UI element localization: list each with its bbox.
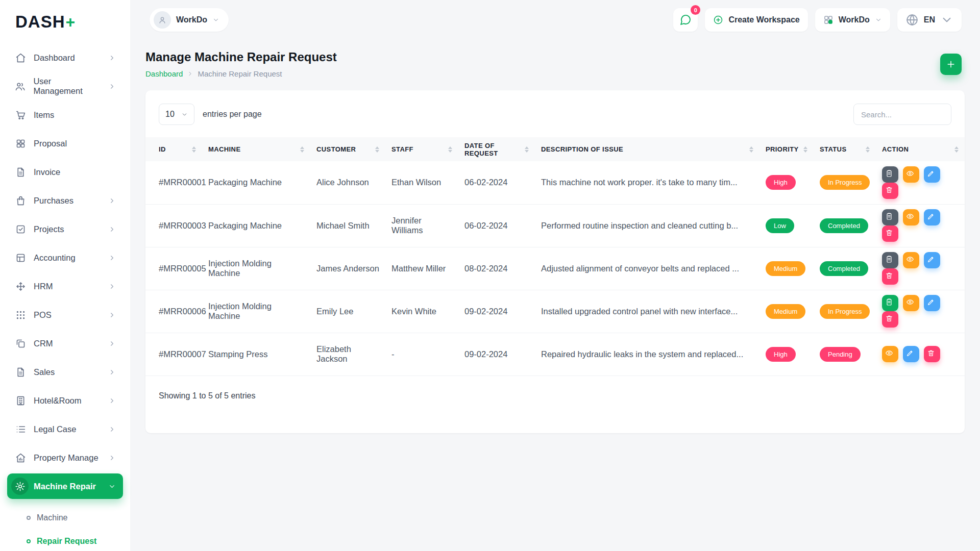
view-button[interactable] [903, 252, 919, 268]
status-badge: Completed [820, 261, 868, 276]
brand-logo[interactable]: DASH+ [7, 8, 123, 36]
copy-icon [15, 338, 26, 349]
chevron-right-icon [108, 425, 116, 433]
sort-icon[interactable] [525, 146, 529, 153]
sidebar-item-proposal[interactable]: Proposal [7, 131, 123, 156]
sort-icon[interactable] [300, 146, 304, 153]
create-workspace-button[interactable]: Create Workspace [705, 8, 807, 32]
sidebar-item-label: Items [34, 110, 54, 120]
user-icon [158, 15, 167, 24]
column-header-id[interactable]: ID [145, 137, 202, 161]
cell-machine: Injection Molding Machine [202, 290, 310, 333]
create-repair-request-button[interactable] [940, 54, 962, 75]
sort-icon[interactable] [954, 146, 959, 153]
delete-button[interactable] [882, 183, 898, 199]
status-badge: Pending [820, 347, 861, 362]
delete-button[interactable] [882, 311, 898, 328]
chevron-down-icon [875, 16, 882, 23]
sort-icon[interactable] [192, 146, 196, 153]
cell-customer: James Anderson [310, 247, 385, 290]
grid-icon [15, 138, 26, 149]
sidebar-subitem-repair-request[interactable]: Repair Request [27, 530, 123, 551]
sidebar-item-invoice[interactable]: Invoice [7, 159, 123, 185]
repair-request-card: 10 entries per page IDMACHINECUSTOMERSTA… [145, 90, 965, 433]
sidebar-item-projects[interactable]: Projects [7, 216, 123, 242]
chevron-down-icon [181, 111, 188, 118]
sort-icon[interactable] [448, 146, 452, 153]
sidebar-item-label: Sales [34, 367, 55, 377]
column-header-description-of-issue[interactable]: DESCRIPTION OF ISSUE [535, 137, 760, 161]
sidebar-item-property-manage[interactable]: Property Manage [7, 445, 123, 470]
details-button[interactable] [882, 295, 898, 311]
view-button[interactable] [903, 166, 919, 183]
sort-icon[interactable] [749, 146, 753, 153]
sidebar-item-legal-case[interactable]: Legal Case [7, 416, 123, 442]
trash-icon [885, 229, 895, 239]
column-header-date-of-request[interactable]: DATE OF REQUEST [458, 137, 535, 161]
delete-button[interactable] [882, 226, 898, 242]
entries-per-page-select[interactable]: 10 [159, 104, 194, 125]
sidebar-item-items[interactable]: Items [7, 102, 123, 128]
trash-icon [927, 349, 937, 359]
column-header-action[interactable]: ACTION [876, 137, 965, 161]
sidebar-item-machine-repair[interactable]: Machine Repair [7, 473, 123, 499]
sidebar-item-dashboard[interactable]: Dashboard [7, 45, 123, 70]
edit-button[interactable] [924, 295, 940, 311]
view-button[interactable] [903, 209, 919, 226]
column-header-staff[interactable]: STAFF [385, 137, 458, 161]
column-header-customer[interactable]: CUSTOMER [310, 137, 385, 161]
view-button[interactable] [882, 346, 898, 362]
sidebar-item-label: Legal Case [34, 424, 76, 434]
chat-icon [679, 14, 692, 26]
column-header-status[interactable]: STATUS [814, 137, 876, 161]
gear-icon [15, 481, 26, 492]
sidebar-item-sales[interactable]: Sales [7, 359, 123, 385]
priority-badge: High [766, 347, 796, 362]
messages-button[interactable]: 0 [673, 8, 698, 32]
cell-customer: Emily Lee [310, 290, 385, 333]
edit-button[interactable] [924, 166, 940, 183]
column-header-priority[interactable]: PRIORITY [760, 137, 814, 161]
edit-button[interactable] [903, 346, 919, 362]
details-button[interactable] [882, 252, 898, 268]
sort-icon[interactable] [803, 146, 807, 153]
sidebar-item-label: Hotel&Room [34, 396, 82, 406]
chevron-right-icon [108, 254, 116, 262]
sidebar-item-accounting[interactable]: Accounting [7, 245, 123, 270]
sidebar-item-purchases[interactable]: Purchases [7, 188, 123, 213]
sidebar-item-hotel-room[interactable]: Hotel&Room [7, 388, 123, 413]
column-header-machine[interactable]: MACHINE [202, 137, 310, 161]
breadcrumb-dashboard-link[interactable]: Dashboard [145, 69, 183, 78]
workspace-name: WorkDo [176, 15, 207, 24]
sidebar-item-crm[interactable]: CRM [7, 331, 123, 356]
sidebar-item-user-management[interactable]: User Management [7, 73, 123, 99]
details-button[interactable] [882, 166, 898, 183]
cell-staff: Kevin White [385, 290, 458, 333]
cell-id: #MRR00003 [145, 204, 202, 247]
cart-icon [15, 110, 26, 120]
delete-button[interactable] [924, 346, 940, 362]
search-input[interactable] [853, 104, 951, 125]
workspace-selector[interactable]: WorkDo [150, 8, 229, 32]
sort-icon[interactable] [375, 146, 379, 153]
cell-actions [876, 247, 965, 290]
bullet-icon [27, 516, 31, 520]
sidebar-item-pos[interactable]: POS [7, 302, 123, 328]
sidebar-item-label: Invoice [34, 167, 60, 177]
sidebar-item-hrm[interactable]: HRM [7, 273, 123, 299]
sidebar-item-label: Accounting [34, 253, 76, 263]
sort-icon[interactable] [866, 146, 870, 153]
eye-icon [906, 298, 916, 308]
workspace-dropdown[interactable]: WorkDo [815, 8, 890, 32]
view-button[interactable] [903, 295, 919, 311]
repair-request-table: IDMACHINECUSTOMERSTAFFDATE OF REQUESTDES… [145, 137, 965, 376]
details-button[interactable] [882, 209, 898, 226]
edit-button[interactable] [924, 209, 940, 226]
language-dropdown[interactable]: EN [897, 8, 962, 32]
edit-button[interactable] [924, 252, 940, 268]
sidebar-subitem-machine[interactable]: Machine [27, 506, 123, 530]
cell-status: Completed [814, 247, 876, 290]
create-workspace-label: Create Workspace [728, 15, 799, 24]
cell-status: In Progress [814, 290, 876, 333]
delete-button[interactable] [882, 268, 898, 285]
